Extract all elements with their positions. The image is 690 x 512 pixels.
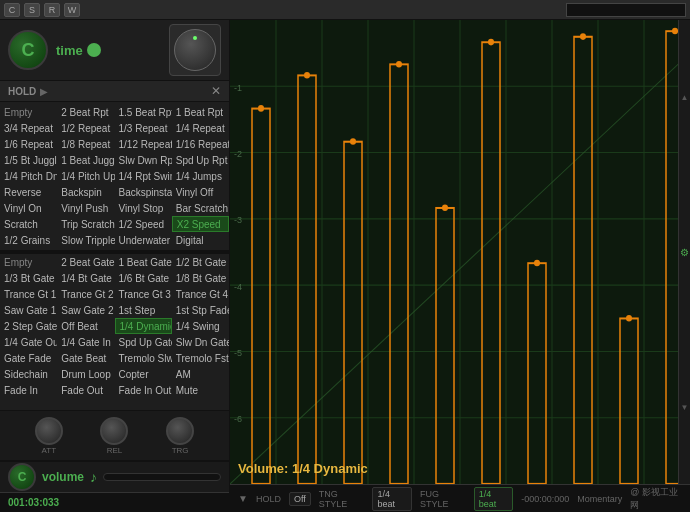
title-search-input[interactable]	[566, 3, 686, 17]
preset-cell[interactable]: Vinyl Stop	[115, 200, 172, 216]
preset-cell[interactable]: Fade Out	[57, 382, 114, 398]
preset-cell[interactable]: 2 Beat Rpt	[57, 104, 114, 120]
preset-cell[interactable]: Mute	[172, 382, 229, 398]
time-indicator	[87, 43, 101, 57]
tb-btn-r[interactable]: R	[44, 3, 60, 17]
preset-cell[interactable]: Vinyl Off	[172, 184, 229, 200]
preset-cell[interactable]: 1/4 Pitch Up	[57, 168, 114, 184]
preset-cell[interactable]: Scratch	[0, 216, 57, 232]
preset-cell[interactable]: Drum Loop	[57, 366, 114, 382]
preset-cell[interactable]: 1/6 Bt Gate	[115, 270, 172, 286]
preset-cell[interactable]: 1/4 Jumps	[172, 168, 229, 184]
trg-knob[interactable]	[166, 417, 194, 445]
preset-cell[interactable]: Trance Gt 2	[57, 286, 114, 302]
preset-cell[interactable]: Tremolo Fst	[172, 350, 229, 366]
preset-cell[interactable]: 1/3 Repeat	[115, 120, 172, 136]
preset-cell[interactable]: Saw Gate 2	[57, 302, 114, 318]
preset-cell[interactable]: 1/4 Rpt Swing	[115, 168, 172, 184]
att-knob[interactable]	[35, 417, 63, 445]
preset-cell[interactable]: Tremolo Slw	[115, 350, 172, 366]
tb-btn-c[interactable]: C	[4, 3, 20, 17]
preset-cell[interactable]: Vinyl Push	[57, 200, 114, 216]
preset-cell[interactable]: Fade In	[0, 382, 57, 398]
preset-cell[interactable]: Spd Up Gate	[115, 334, 172, 350]
fug-ctrl-value[interactable]: 1/4 beat	[474, 487, 514, 511]
svg-rect-31	[344, 483, 362, 484]
preset-cell[interactable]: Slw Dn Gate	[172, 334, 229, 350]
preset-cell[interactable]: 1/3 Bt Gate	[0, 270, 57, 286]
preset-cell[interactable]: 1/4 Swing	[172, 318, 229, 334]
preset-cell[interactable]: 1.5 Beat Rpt	[115, 104, 172, 120]
preset-row-4: 1/4 Pitch Dn 1/4 Pitch Up 1/4 Rpt Swing …	[0, 168, 229, 184]
preset-cell[interactable]: Off Beat	[57, 318, 114, 334]
preset-cell[interactable]: 1/16 Repeat	[172, 136, 229, 152]
preset-cell[interactable]: Trance Gt 3	[115, 286, 172, 302]
hold-label: HOLD	[8, 86, 36, 97]
preset-cell[interactable]: 1/2 Repeat	[57, 120, 114, 136]
preset-cell[interactable]: 1st Step	[115, 302, 172, 318]
preset-cell[interactable]: 3/4 Repeat	[0, 120, 57, 136]
preset-cell[interactable]: Trance Gt 1	[0, 286, 57, 302]
preset-cell[interactable]: Spd Up Rpt	[172, 152, 229, 168]
preset-cell[interactable]: 1/4 Repeat	[172, 120, 229, 136]
preset-cell-14dynamic[interactable]: 1/4 Dynamic	[115, 318, 172, 334]
close-icon[interactable]: ✕	[211, 84, 221, 98]
preset-cell[interactable]: 1/2 Speed	[115, 216, 172, 232]
preset-cell[interactable]: Empty	[0, 254, 57, 270]
right-bottom-bar: ▼ HOLD Off TNG STYLE 1/4 beat FUG STYLE …	[230, 484, 690, 512]
preset-cell[interactable]: 1/2 Grains	[0, 232, 57, 248]
preset-cell[interactable]: Digital	[172, 232, 229, 248]
preset-cell-x2speed[interactable]: X2 Speed	[172, 216, 229, 232]
preset-cell[interactable]: Saw Gate 1	[0, 302, 57, 318]
preset-cell[interactable]: 2 Beat Gate	[57, 254, 114, 270]
rel-knob[interactable]	[100, 417, 128, 445]
tng-ctrl-value[interactable]: 1/4 beat	[372, 487, 412, 511]
preset-cell[interactable]: 1/12 Repeat	[115, 136, 172, 152]
scroll-down-icon[interactable]: ▼	[681, 403, 689, 412]
preset-cell[interactable]: 1/5 Bt Juggle	[0, 152, 57, 168]
main-knob[interactable]	[174, 29, 216, 71]
down-arrow-icon[interactable]: ▼	[238, 493, 248, 504]
hold-ctrl-value[interactable]: Off	[289, 492, 311, 506]
preset-cell[interactable]: 1st Stp Fade	[172, 302, 229, 318]
preset-cell[interactable]: Bar Scratch	[172, 200, 229, 216]
preset-cell[interactable]: Underwater	[115, 232, 172, 248]
scroll-up-icon[interactable]: ▲	[681, 93, 689, 102]
preset-cell[interactable]: Trip Scratch	[57, 216, 114, 232]
tb-btn-s[interactable]: S	[24, 3, 40, 17]
preset-cell[interactable]: Slw Dwn Rpt	[115, 152, 172, 168]
svg-point-58	[488, 39, 494, 46]
preset-cell[interactable]: Backspinstart	[115, 184, 172, 200]
preset-cell[interactable]: 1 Beat Gate	[115, 254, 172, 270]
preset-cell[interactable]: Sidechain	[0, 366, 57, 382]
trg-knob-wrap: TRG	[166, 417, 194, 455]
preset-cell[interactable]: Vinyl On	[0, 200, 57, 216]
preset-cell[interactable]: 1/4 Gate Out	[0, 334, 57, 350]
preset-cell[interactable]: 1 Beat Juggle	[57, 152, 114, 168]
main-knob-area[interactable]	[169, 24, 221, 76]
volume-slider[interactable]	[103, 473, 221, 481]
preset-cell[interactable]: 1/8 Bt Gate	[172, 270, 229, 286]
preset-cell[interactable]: 1/4 Gate In	[57, 334, 114, 350]
preset-cell[interactable]: Copter	[115, 366, 172, 382]
tb-btn-w[interactable]: W	[64, 3, 80, 17]
scroll-handle-icon[interactable]: ⚙	[680, 247, 689, 258]
preset-cell[interactable]: Backspin	[57, 184, 114, 200]
preset-cell[interactable]: 1/4 Pitch Dn	[0, 168, 57, 184]
preset-cell[interactable]: Gate Fade	[0, 350, 57, 366]
preset-cell[interactable]: 1/2 Bt Gate	[172, 254, 229, 270]
preset-cell[interactable]: 1/4 Bt Gate	[57, 270, 114, 286]
preset-cell[interactable]: Fade In Out	[115, 382, 172, 398]
preset-cell[interactable]: Gate Beat	[57, 350, 114, 366]
preset-cell[interactable]: Reverse	[0, 184, 57, 200]
preset-cell[interactable]: Empty	[0, 104, 57, 120]
tng-label: TNG STYLE	[319, 489, 365, 509]
preset-cell[interactable]: AM	[172, 366, 229, 382]
volume-label: volume	[42, 470, 84, 484]
preset-cell[interactable]: Trance Gt 4	[172, 286, 229, 302]
preset-cell[interactable]: 1/6 Repeat	[0, 136, 57, 152]
preset-cell[interactable]: Slow Tripplet	[57, 232, 114, 248]
preset-cell[interactable]: 1/8 Repeat	[57, 136, 114, 152]
preset-cell[interactable]: 1 Beat Rpt	[172, 104, 229, 120]
preset-cell[interactable]: 2 Step Gate	[0, 318, 57, 334]
